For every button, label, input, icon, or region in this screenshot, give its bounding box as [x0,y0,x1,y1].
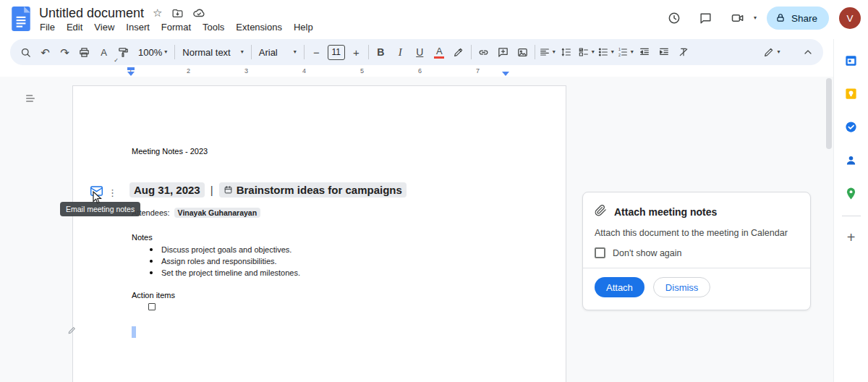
menu-insert[interactable]: Insert [120,20,156,35]
chevron-down-icon: ▾ [631,49,634,55]
ruler[interactable]: 1 2 3 4 5 6 7 [0,67,833,77]
zoom-select[interactable]: 100%▾ [133,43,172,62]
document-title[interactable]: Untitled document [39,6,144,21]
font-size-input[interactable]: 11 [328,45,345,60]
chevron-down-icon: ▾ [241,49,244,55]
decrease-font-size-button[interactable]: − [307,43,326,62]
card-description: Attach this document to the meeting in C… [595,228,799,238]
lock-icon [775,13,786,23]
menu-format[interactable]: Format [156,20,197,35]
document-canvas: Meeting Notes - 2023 ⋮ Aug 31, 2023 | Br… [0,77,833,382]
bold-button[interactable]: B [371,43,391,62]
attach-button[interactable]: Attach [595,277,644,297]
left-indent-marker[interactable] [127,72,135,76]
insert-link-button[interactable] [474,43,493,62]
spellcheck-button[interactable]: A✓ [94,43,114,62]
ruler-number: 3 [244,67,248,75]
hide-menus-button[interactable] [798,43,817,62]
undo-button[interactable]: ↶ [35,43,55,62]
divider [583,268,810,268]
text-cursor-highlight [132,326,136,338]
dont-show-again-checkbox[interactable] [595,247,605,258]
menu-tools[interactable]: Tools [197,20,230,35]
chevron-down-icon[interactable]: ▾ [754,15,757,21]
italic-button[interactable]: I [391,43,410,62]
menu-file[interactable]: File [34,20,61,35]
video-call-icon[interactable] [724,6,752,30]
highlight-color-button[interactable] [449,43,469,62]
ruler-number: 2 [187,67,190,75]
document-page[interactable]: Meeting Notes - 2023 ⋮ Aug 31, 2023 | Br… [72,85,566,382]
numbered-list-button[interactable]: 12▾ [616,43,635,62]
checklist-button[interactable]: ▾ [576,43,596,62]
paperclip-icon [595,204,607,219]
add-comment-button[interactable] [493,43,513,62]
calendar-app-icon[interactable] [837,43,866,77]
contacts-app-icon[interactable] [837,143,866,177]
first-line-indent-marker[interactable] [127,67,135,70]
decrease-indent-button[interactable] [635,43,655,62]
redo-button[interactable]: ↷ [55,43,75,62]
print-button[interactable] [75,43,94,62]
doc-heading: Meeting Notes - 2023 [132,146,208,156]
calendar-event-chip[interactable]: Brainstorm ideas for campaigns [219,182,407,198]
align-button[interactable]: ▾ [537,43,557,62]
notes-heading: Notes [132,232,153,242]
bulleted-list-button[interactable]: ▾ [596,43,616,62]
list-item: Set the project timeline and milestones. [143,267,300,279]
vertical-scrollbar[interactable] [826,78,832,149]
maps-app-icon[interactable] [837,177,866,210]
dont-show-again-option: Don't show again [595,247,799,258]
increase-font-size-button[interactable]: + [346,43,366,62]
show-outline-icon[interactable] [20,88,41,109]
attendee-chip[interactable]: Vinayak Guhanarayan [174,208,261,218]
overflow-menu-icon[interactable]: ⋮ [108,188,117,198]
side-panel-rail: + [833,39,868,382]
join-call-button[interactable]: ▾ [724,6,757,30]
clear-formatting-button[interactable] [674,43,694,62]
avatar[interactable]: V [839,7,861,29]
chevron-down-icon: ▾ [553,49,556,55]
date-chip[interactable]: Aug 31, 2023 [129,182,205,198]
line-spacing-button[interactable] [557,43,576,62]
divider [842,216,861,216]
chevron-down-icon: ▾ [592,49,595,55]
menu-help[interactable]: Help [288,20,319,35]
editing-mode-button[interactable]: ▾ [756,43,788,62]
menu-bar: File Edit View Insert Format Tools Exten… [34,20,319,35]
list-item: Discuss project goals and objectives. [143,244,300,255]
attendees-line: Attendees: Vinayak Guhanarayan [132,208,260,218]
star-icon[interactable]: ☆ [153,7,162,20]
dismiss-button[interactable]: Dismiss [653,277,711,297]
search-menus-icon[interactable] [16,43,35,62]
increase-indent-button[interactable] [655,43,674,62]
action-item-checkbox[interactable] [148,303,156,310]
docs-logo-icon[interactable] [12,7,30,34]
toolbar: ↶ ↷ A✓ 100%▾ Normal text▾ Arial▾ − 11 + … [10,39,823,65]
underline-button[interactable]: U [410,43,430,62]
chip-separator: | [210,184,213,196]
menu-extensions[interactable]: Extensions [230,20,288,35]
menu-edit[interactable]: Edit [61,20,88,35]
insert-image-button[interactable] [513,43,532,62]
move-folder-icon[interactable] [171,7,184,20]
tasks-app-icon[interactable] [837,110,866,143]
comments-icon[interactable] [692,6,720,30]
add-side-panel-app-icon[interactable]: + [837,221,866,254]
checkbox-label: Don't show again [613,248,682,258]
text-color-button[interactable]: A [430,43,449,62]
cloud-status-icon[interactable] [192,7,205,20]
version-history-icon[interactable] [660,6,688,30]
share-button[interactable]: Share [767,7,829,30]
action-items-heading: Action items [132,290,175,300]
mouse-cursor [93,191,102,207]
svg-text:1: 1 [618,47,621,51]
ruler-number: 7 [476,67,480,75]
suggest-edit-icon[interactable] [67,325,77,338]
paragraph-style-select[interactable]: Normal text▾ [177,43,248,62]
card-title: Attach meeting notes [614,206,717,218]
keep-app-icon[interactable] [837,77,866,110]
menu-view[interactable]: View [88,20,120,35]
right-indent-marker[interactable] [502,72,509,76]
font-family-select[interactable]: Arial▾ [254,43,302,62]
